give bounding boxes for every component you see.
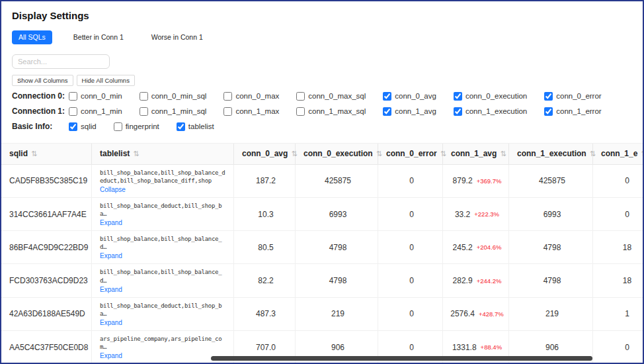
sort-icon[interactable]: ⇅ xyxy=(500,150,506,158)
table-header-row: sqlid ⇅ tablelist ⇅ conn_0_avg ⇅ conn_0_… xyxy=(1,143,643,165)
column-header[interactable]: conn_0_execution ⇅ xyxy=(296,144,378,164)
conn-1-avg-delta-badge: +88.4% xyxy=(481,343,503,351)
checkbox-label: conn_1_min_sql xyxy=(151,107,207,115)
sort-icon[interactable]: ⇅ xyxy=(133,150,139,158)
expand-collapse-link[interactable]: Collapse xyxy=(100,186,228,193)
conn-1-avg-cell: 282.9 +244.2% xyxy=(443,264,509,296)
column-toggle-checkbox[interactable]: conn_1_error xyxy=(544,107,601,116)
horizontal-scrollbar-thumb[interactable] xyxy=(211,356,592,361)
conn-1-execution-cell: 219 xyxy=(509,298,593,330)
conn-0-execution-value: 219 xyxy=(331,309,344,318)
checkbox-input[interactable] xyxy=(223,92,232,101)
search-input[interactable] xyxy=(12,54,110,69)
conn-0-error-value: 0 xyxy=(409,276,414,285)
checkbox-input[interactable] xyxy=(140,92,148,101)
column-header[interactable]: conn_0_avg ⇅ xyxy=(234,144,296,164)
sqlid-value: 314CC3661AAF7A4E xyxy=(9,210,86,219)
conn-1-avg-value: 282.9 xyxy=(453,276,473,285)
column-toggle-checkbox[interactable]: conn_1_max_sql xyxy=(296,107,366,116)
column-toggle-checkbox[interactable]: sqlid xyxy=(69,122,97,131)
column-toggle-checkbox[interactable]: conn_0_error xyxy=(544,92,601,101)
tablelist-value: bill_shop_balance_deduct,bill_shop_ba… xyxy=(100,202,228,218)
expand-collapse-link[interactable]: Expand xyxy=(100,219,228,226)
checkbox-input[interactable] xyxy=(69,92,77,101)
conn-0-avg-cell: 82.2 xyxy=(234,264,296,296)
column-header[interactable]: conn_1_avg ⇅ xyxy=(443,144,509,164)
column-header[interactable]: sqlid ⇅ xyxy=(1,144,92,164)
column-toggle-checkbox[interactable]: conn_0_min_sql xyxy=(140,92,207,101)
conn-1-avg-value: 2576.4 xyxy=(450,309,475,318)
checkbox-label: conn_1_error xyxy=(556,107,601,115)
conn-1-execution-value: 906 xyxy=(545,343,559,352)
column-toggle-checkbox[interactable]: conn_1_min xyxy=(69,107,122,116)
conn-1-error-value: 0 xyxy=(625,210,629,219)
conn-1-avg-cell: 2576.4 +428.7% xyxy=(443,298,509,330)
column-toggle-checkbox[interactable]: conn_1_min_sql xyxy=(140,107,207,116)
column-header-label: conn_1_execution xyxy=(517,149,586,158)
expand-collapse-link[interactable]: Expand xyxy=(100,319,228,326)
checkbox-input[interactable] xyxy=(114,122,122,131)
column-toggle-checkbox[interactable]: conn_1_avg xyxy=(383,107,436,116)
checkbox-input[interactable] xyxy=(177,122,185,131)
checkbox-label: conn_1_max_sql xyxy=(308,107,366,115)
hide-all-columns-button[interactable]: Hide All Columns xyxy=(77,75,135,86)
conn-1-error-value: 18 xyxy=(623,276,631,285)
conn-1-avg-value: 33.2 xyxy=(455,210,470,219)
checkbox-input[interactable] xyxy=(383,92,391,101)
checkbox-input[interactable] xyxy=(383,107,391,116)
conn-1-avg-value: 1331.8 xyxy=(452,343,477,352)
sqlid-cell: AA5C4C37F50CE0D8 xyxy=(1,331,92,363)
column-toggle-checkbox[interactable]: conn_0_max_sql xyxy=(296,92,366,101)
conn-1-avg-cell: 879.2 +369.7% xyxy=(443,165,509,197)
column-toggle-checkbox[interactable]: conn_1_execution xyxy=(454,107,527,116)
checkbox-input[interactable] xyxy=(223,107,232,116)
conn-1-execution-value: 6993 xyxy=(543,210,561,219)
column-toggle-checkbox[interactable]: tablelist xyxy=(177,122,214,131)
checkbox-input[interactable] xyxy=(140,107,148,116)
column-header[interactable]: conn_1_execution ⇅ xyxy=(509,144,593,164)
checkbox-input[interactable] xyxy=(544,92,553,101)
checkbox-input[interactable] xyxy=(296,107,305,116)
sqlid-value: AA5C4C37F50CE0D8 xyxy=(9,343,86,352)
sql-comparison-table: sqlid ⇅ tablelist ⇅ conn_0_avg ⇅ conn_0_… xyxy=(1,143,643,364)
checkbox-input[interactable] xyxy=(544,107,553,116)
conn-0-avg-cell: 10.3 xyxy=(234,198,296,230)
sqlid-value: 42A63D6188AE549D xyxy=(9,309,86,318)
column-header[interactable]: conn_1_e ⇅ xyxy=(593,144,643,164)
filter-tab[interactable]: Better in Conn 1 xyxy=(67,30,130,44)
group-label-connection-0: Connection 0: xyxy=(12,91,69,101)
sort-icon[interactable]: ⇅ xyxy=(641,150,643,158)
filter-tab[interactable]: Worse in Conn 1 xyxy=(145,30,210,44)
tablelist-cell: bill_shop_balance_deduct,bill_shop_ba… E… xyxy=(92,298,234,330)
conn-1-avg-cell: 33.2 +222.3% xyxy=(443,198,509,230)
column-toggle-checkbox[interactable]: conn_0_min xyxy=(69,92,122,101)
checkbox-input[interactable] xyxy=(69,107,77,116)
column-toggle-checkbox[interactable]: conn_0_max xyxy=(223,92,279,101)
conn-0-avg-cell: 187.2 xyxy=(234,165,296,197)
expand-collapse-link[interactable]: Expand xyxy=(100,286,228,293)
conn-0-execution-cell: 4798 xyxy=(296,231,378,263)
column-toggle-checkbox[interactable]: fingerprint xyxy=(114,122,159,131)
filter-tab[interactable]: All SQLs xyxy=(12,30,52,44)
expand-collapse-link[interactable]: Expand xyxy=(100,352,228,359)
column-toggle-checkbox[interactable]: conn_1_max xyxy=(223,107,279,116)
checkbox-input[interactable] xyxy=(69,122,77,131)
column-header-label: sqlid xyxy=(9,149,28,158)
conn-1-execution-value: 425875 xyxy=(539,176,565,185)
column-header[interactable]: conn_0_error ⇅ xyxy=(378,144,443,164)
tablelist-cell: bill_shop_balance,bill_shop_balance_d… E… xyxy=(92,231,234,263)
conn-1-avg-value: 245.2 xyxy=(453,243,473,252)
column-toggle-checkbox[interactable]: conn_0_avg xyxy=(383,92,436,101)
conn-0-error-value: 0 xyxy=(409,243,414,252)
sqlid-value: FCD303763ACD9D23 xyxy=(9,276,86,285)
checkbox-input[interactable] xyxy=(454,107,462,116)
checkbox-input[interactable] xyxy=(454,92,462,101)
column-header[interactable]: tablelist ⇅ xyxy=(92,144,234,164)
checkbox-input[interactable] xyxy=(296,92,305,101)
sort-icon[interactable]: ⇅ xyxy=(31,150,37,158)
show-all-columns-button[interactable]: Show All Columns xyxy=(12,75,73,86)
conn-1-execution-value: 4798 xyxy=(543,243,561,252)
expand-collapse-link[interactable]: Expand xyxy=(100,252,228,259)
column-toggle-checkbox[interactable]: conn_0_execution xyxy=(454,92,527,101)
conn-0-error-value: 0 xyxy=(409,309,414,318)
